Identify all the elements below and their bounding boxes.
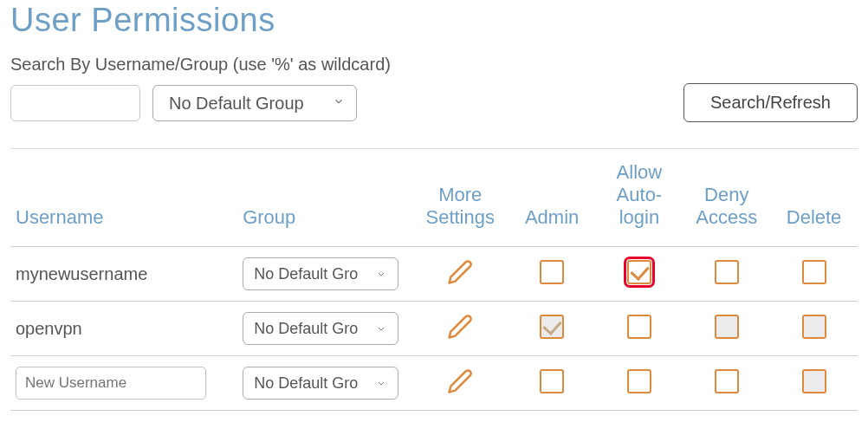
delete-checkbox <box>802 369 826 393</box>
table-row: openvpn No Default Gro <box>10 302 858 356</box>
col-deny-access: Deny Access <box>683 149 770 247</box>
username-text: openvpn <box>16 319 82 338</box>
row-group-select[interactable]: No Default Gro <box>243 312 398 345</box>
col-allow-auto-login: Allow Auto- login <box>596 149 683 247</box>
col-more-settings: More Settings <box>412 149 508 247</box>
allow-auto-login-checkbox[interactable] <box>627 315 651 339</box>
allow-auto-login-checkbox[interactable] <box>627 369 651 393</box>
delete-checkbox[interactable] <box>802 260 826 284</box>
col-delete: Delete <box>770 149 858 247</box>
search-input[interactable] <box>10 85 140 121</box>
delete-checkbox <box>802 315 826 339</box>
more-settings-button[interactable] <box>444 258 476 289</box>
allow-auto-login-checkbox[interactable] <box>627 260 651 284</box>
new-username-input[interactable] <box>16 367 206 400</box>
table-row: mynewusername No Default Gro <box>10 247 858 302</box>
search-refresh-button[interactable]: Search/Refresh <box>683 83 858 122</box>
more-settings-button[interactable] <box>444 367 476 399</box>
pencil-icon <box>447 314 473 344</box>
row-group-select[interactable]: No Default Gro <box>243 367 398 400</box>
search-group-select[interactable]: No Default Group <box>152 85 357 121</box>
search-label: Search By Username/Group (use '%' as wil… <box>10 55 858 75</box>
pencil-icon <box>447 368 473 399</box>
col-admin: Admin <box>508 149 596 247</box>
username-text: mynewusername <box>16 264 147 283</box>
more-settings-button[interactable] <box>444 313 476 344</box>
pencil-icon <box>447 259 473 289</box>
row-group-select[interactable]: No Default Gro <box>243 257 398 290</box>
table-row: No Default Gro <box>10 356 858 411</box>
admin-checkbox <box>540 315 564 339</box>
page-title: User Permissions <box>10 0 858 39</box>
permissions-table: Username Group More Settings Admin Allow… <box>10 149 858 411</box>
deny-access-checkbox[interactable] <box>715 260 739 284</box>
col-username: Username <box>10 149 237 247</box>
row-group-select-wrap: No Default Gro <box>243 367 398 400</box>
deny-access-checkbox[interactable] <box>715 369 739 393</box>
deny-access-checkbox <box>715 315 739 339</box>
admin-checkbox[interactable] <box>540 369 564 393</box>
row-group-select-wrap: No Default Gro <box>243 312 398 345</box>
search-group-select-wrap: No Default Group <box>152 85 357 121</box>
admin-checkbox[interactable] <box>540 260 564 284</box>
search-row: No Default Group Search/Refresh <box>10 83 858 122</box>
col-group: Group <box>237 149 412 247</box>
row-group-select-wrap: No Default Gro <box>243 257 398 290</box>
